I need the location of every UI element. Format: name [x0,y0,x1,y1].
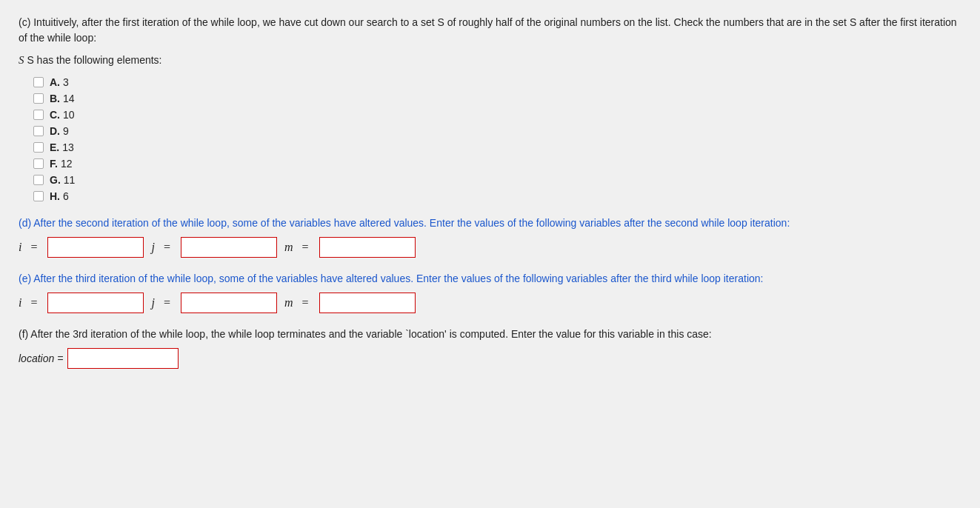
e-m-equals: = [302,296,309,310]
option-a-letter: A. [50,76,60,88]
option-d-letter: D. [50,125,60,137]
e-i-equals: = [30,296,37,310]
e-i-label: i [19,296,21,310]
option-g-checkbox[interactable] [33,175,44,185]
d-i-equals: = [30,241,37,254]
option-b-value: 14 [63,93,75,104]
option-e-value: 13 [62,141,74,153]
d-m-label: m [284,241,293,254]
option-f-checkbox[interactable] [33,158,44,169]
option-h-checkbox[interactable] [33,191,44,201]
list-item: G. 11 [33,174,961,186]
list-item: F. 12 [33,158,961,170]
e-j-equals: = [164,296,170,310]
option-g-letter: G. [50,174,61,186]
option-c-value: 10 [63,109,75,121]
section-c: (c) Intuitively, after the first iterati… [19,15,961,202]
section-d-text: (d) After the second iteration of the wh… [19,215,961,231]
e-j-label: j [151,296,154,310]
d-j-equals: = [164,241,170,254]
options-list: A. 3 B. 14 C. 10 D. 9 E. 13 [33,76,961,202]
e-m-input[interactable] [319,293,416,313]
d-i-input[interactable] [47,237,144,258]
option-f-value: 12 [61,158,73,170]
option-d-checkbox[interactable] [33,126,44,136]
e-m-label: m [284,296,293,310]
section-e-inputs: i = j = m = [19,293,961,313]
section-e: (e) After the third iteration of the whi… [19,271,961,313]
section-f-location-row: location = [19,348,961,369]
section-f: (f) After the 3rd iteration of the while… [19,327,961,369]
e-i-input[interactable] [47,293,144,313]
option-c-letter: C. [50,109,60,121]
section-f-text: (f) After the 3rd iteration of the while… [19,327,961,342]
list-item: A. 3 [33,76,961,88]
d-m-equals: = [302,241,309,254]
option-h-value: 6 [63,190,69,202]
location-label: location = [19,352,63,364]
option-a-value: 3 [63,76,69,88]
d-j-input[interactable] [181,237,277,258]
option-f-letter: F. [50,158,58,170]
location-input[interactable] [67,348,179,369]
section-d: (d) After the second iteration of the wh… [19,215,961,258]
list-item: B. 14 [33,93,961,104]
list-item: E. 13 [33,141,961,153]
d-i-label: i [19,241,21,254]
list-item: H. 6 [33,190,961,202]
section-c-text2: S S has the following elements: [19,52,961,69]
option-d-value: 9 [63,125,69,137]
content-area: (c) Intuitively, after the first iterati… [15,7,965,390]
section-c-text1: (c) Intuitively, after the first iterati… [19,15,961,46]
option-c-checkbox[interactable] [33,110,44,120]
option-e-checkbox[interactable] [33,142,44,153]
set-s-label: S [19,54,24,66]
option-h-letter: H. [50,190,60,202]
option-b-checkbox[interactable] [33,93,44,104]
list-item: C. 10 [33,109,961,121]
e-j-input[interactable] [181,293,277,313]
option-a-checkbox[interactable] [33,77,44,87]
list-item: D. 9 [33,125,961,137]
section-e-text: (e) After the third iteration of the whi… [19,271,961,287]
option-e-letter: E. [50,141,59,153]
section-d-inputs: i = j = m = [19,237,961,258]
d-m-input[interactable] [319,237,416,258]
d-j-label: j [151,241,154,254]
option-b-letter: B. [50,93,60,104]
option-g-value: 11 [64,174,76,186]
